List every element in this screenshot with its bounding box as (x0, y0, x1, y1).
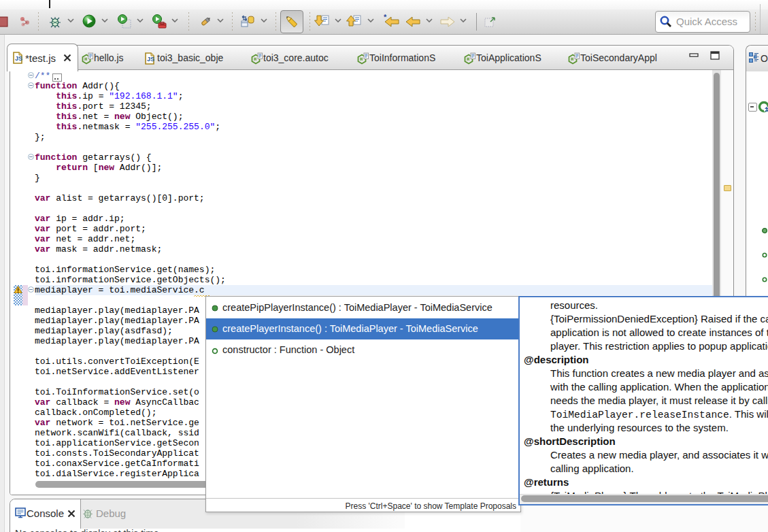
svg-text:*: * (384, 14, 387, 21)
